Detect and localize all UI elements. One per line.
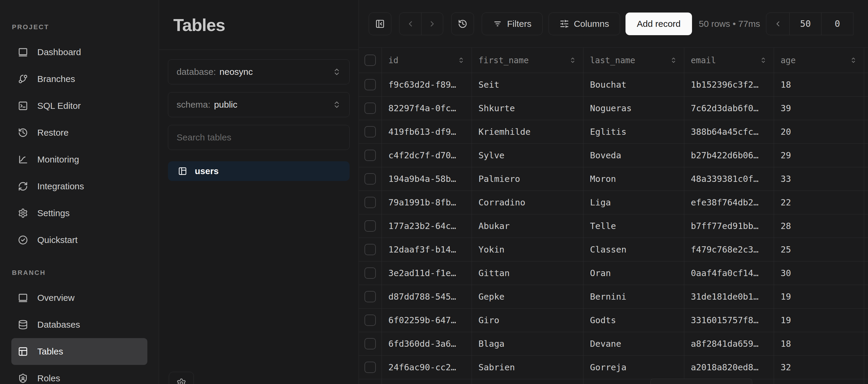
sort-icon[interactable] bbox=[760, 56, 767, 64]
cell-email[interactable]: a8f2841da659… bbox=[684, 332, 774, 355]
cell-id[interactable]: d87dd788-545… bbox=[382, 285, 472, 308]
cell-last_name[interactable]: Godts bbox=[583, 309, 684, 332]
cell-id[interactable]: 82297f4a-0fc… bbox=[382, 97, 472, 120]
cell-id[interactable]: 194a9b4a-58b… bbox=[382, 167, 472, 191]
cell-first_name[interactable]: Corradino bbox=[472, 191, 583, 214]
database-select[interactable]: database:neosync bbox=[168, 59, 349, 84]
sort-icon[interactable] bbox=[849, 56, 857, 64]
table-row[interactable]: 12daaf3f-b14…YokinClassenf479c768e2c3…25 bbox=[359, 238, 868, 261]
cell-last_name[interactable]: Classen bbox=[583, 238, 684, 261]
sidebar-item-dashboard[interactable]: Dashboard bbox=[11, 39, 147, 66]
row-checkbox[interactable] bbox=[365, 267, 376, 279]
cell-id[interactable]: c4f2dc7f-d70… bbox=[382, 144, 472, 167]
cell-age[interactable]: 19 bbox=[774, 309, 864, 332]
row-checkbox[interactable] bbox=[365, 126, 376, 137]
table-row[interactable]: 177a23b2-64c…AbukarTelleb7ff77ed91bb…28 bbox=[359, 214, 868, 238]
row-checkbox[interactable] bbox=[365, 173, 376, 185]
cell-first_name[interactable]: Kriemhilde bbox=[472, 120, 583, 143]
cell-age[interactable]: 28 bbox=[774, 214, 864, 237]
table-row[interactable]: 3e2ad11d-f1e…GittanOran0aaf4fa0cf14…30 bbox=[359, 261, 868, 285]
cell-last_name[interactable]: Liga bbox=[583, 191, 684, 214]
cell-email[interactable]: b27b422d6b06… bbox=[684, 144, 774, 167]
cell-email[interactable]: 7c62d3dab6f0… bbox=[684, 97, 774, 120]
page-size-field[interactable]: 50 bbox=[789, 13, 821, 35]
row-checkbox[interactable] bbox=[365, 291, 376, 302]
query-history-button[interactable] bbox=[451, 12, 474, 35]
filters-button[interactable]: Filters bbox=[482, 12, 542, 35]
cell-email[interactable]: 0aaf4fa0cf14… bbox=[684, 261, 774, 285]
cell-age[interactable]: 30 bbox=[774, 261, 864, 285]
cell-last_name[interactable]: Oran bbox=[583, 261, 684, 285]
cell-last_name[interactable]: Devane bbox=[583, 332, 684, 355]
cell-last_name[interactable]: Moron bbox=[583, 167, 684, 191]
table-row[interactable]: c4f2dc7f-d70…SylveBovedab27b422d6b06…29 bbox=[359, 144, 868, 167]
cell-id[interactable]: f9c63d2d-f89… bbox=[382, 73, 472, 96]
cell-last_name[interactable]: Gorreja bbox=[583, 356, 684, 379]
sort-icon[interactable] bbox=[457, 56, 465, 64]
row-checkbox[interactable] bbox=[365, 244, 376, 255]
cell-first_name[interactable]: Giro bbox=[472, 309, 583, 332]
header-id[interactable]: id bbox=[382, 48, 472, 73]
cell-age[interactable]: 20 bbox=[774, 120, 864, 143]
sidebar-item-restore[interactable]: Restore bbox=[11, 119, 147, 146]
cell-last_name[interactable]: Boveda bbox=[583, 144, 684, 167]
sidebar-item-integrations[interactable]: Integrations bbox=[11, 173, 147, 200]
cell-email[interactable]: 31de181de0b1… bbox=[684, 285, 774, 308]
cell-last_name[interactable]: Bernini bbox=[583, 285, 684, 308]
cell-last_name[interactable]: Eglitis bbox=[583, 120, 684, 143]
cell-id[interactable]: 177a23b2-64c… bbox=[382, 214, 472, 237]
cell-first_name[interactable]: Sabrien bbox=[472, 356, 583, 379]
select-all-checkbox[interactable] bbox=[365, 55, 376, 66]
back-button[interactable] bbox=[399, 13, 421, 35]
table-row[interactable]: 82297f4a-0fc…ShkurteNogueras7c62d3dab6f0… bbox=[359, 97, 868, 120]
cell-age[interactable]: 25 bbox=[774, 238, 864, 261]
row-checkbox[interactable] bbox=[365, 197, 376, 208]
add-record-button[interactable]: Add record bbox=[625, 12, 692, 35]
cell-id[interactable]: 6f02259b-647… bbox=[382, 309, 472, 332]
forward-button[interactable] bbox=[421, 13, 443, 35]
row-checkbox[interactable] bbox=[365, 362, 376, 373]
cell-first_name[interactable]: Gittan bbox=[472, 261, 583, 285]
cell-age[interactable]: 18 bbox=[774, 73, 864, 96]
cell-email[interactable]: f479c768e2c3… bbox=[684, 238, 774, 261]
header-last-name[interactable]: last_name bbox=[583, 48, 684, 73]
row-checkbox[interactable] bbox=[365, 150, 376, 161]
cell-age[interactable]: 32 bbox=[774, 356, 864, 379]
sidebar-item-quickstart[interactable]: Quickstart bbox=[11, 227, 147, 253]
columns-button[interactable]: Columns bbox=[549, 12, 620, 35]
cell-last_name[interactable]: Telle bbox=[583, 214, 684, 237]
sidebar-item-branches[interactable]: Branches bbox=[11, 66, 147, 92]
table-row[interactable]: d87dd788-545…GepkeBernini31de181de0b1…19 bbox=[359, 285, 868, 309]
sidebar-item-databases[interactable]: Databases bbox=[11, 311, 147, 338]
table-row[interactable]: 419fb613-df9…KriemhildeEglitis388b64a45c… bbox=[359, 120, 868, 144]
header-email[interactable]: email bbox=[684, 48, 774, 73]
sidebar-item-roles[interactable]: Roles bbox=[11, 365, 147, 384]
cell-first_name[interactable]: Yokin bbox=[472, 238, 583, 261]
cell-age[interactable]: 18 bbox=[774, 332, 864, 355]
cell-first_name[interactable]: Blaga bbox=[472, 332, 583, 355]
sidebar-item-sql-editor[interactable]: SQL Editor bbox=[11, 92, 147, 119]
cell-id[interactable]: 24f6ac90-cc2… bbox=[382, 356, 472, 379]
cell-id[interactable]: 12daaf3f-b14… bbox=[382, 238, 472, 261]
cell-email[interactable]: 1b152396c3f2… bbox=[684, 73, 774, 96]
row-checkbox[interactable] bbox=[365, 220, 376, 232]
cell-id[interactable]: 79a1991b-8fb… bbox=[382, 191, 472, 214]
cell-email[interactable]: 48a339381c0f… bbox=[684, 167, 774, 191]
table-row[interactable]: 24f6ac90-cc2…SabrienGorrejaa2018a820ed8…… bbox=[359, 356, 868, 379]
row-checkbox[interactable] bbox=[365, 338, 376, 349]
search-tables-input[interactable] bbox=[168, 125, 349, 150]
page-prev-button[interactable] bbox=[766, 13, 789, 35]
table-row[interactable]: f9c63d2d-f89…SeitBouchat1b152396c3f2…18 bbox=[359, 73, 868, 97]
cell-last_name[interactable]: Bouchat bbox=[583, 73, 684, 96]
sidebar-item-overview[interactable]: Overview bbox=[11, 284, 147, 311]
cell-email[interactable]: a2018a820ed8… bbox=[684, 356, 774, 379]
table-row[interactable]: 79a1991b-8fb…CorradinoLigaefe38f764db2…2… bbox=[359, 191, 868, 214]
cell-email[interactable]: b7ff77ed91bb… bbox=[684, 214, 774, 237]
sidebar-item-tables[interactable]: Tables bbox=[11, 338, 147, 365]
table-row[interactable]: 6f02259b-647…GiroGodts3316015757f8…19 bbox=[359, 309, 868, 332]
cell-email[interactable]: 388b64a45cfc… bbox=[684, 120, 774, 143]
sidebar-item-monitoring[interactable]: Monitoring bbox=[11, 146, 147, 173]
cell-first_name[interactable]: Sylve bbox=[472, 144, 583, 167]
schema-select[interactable]: schema:public bbox=[168, 92, 349, 117]
cell-age[interactable]: 39 bbox=[774, 97, 864, 120]
